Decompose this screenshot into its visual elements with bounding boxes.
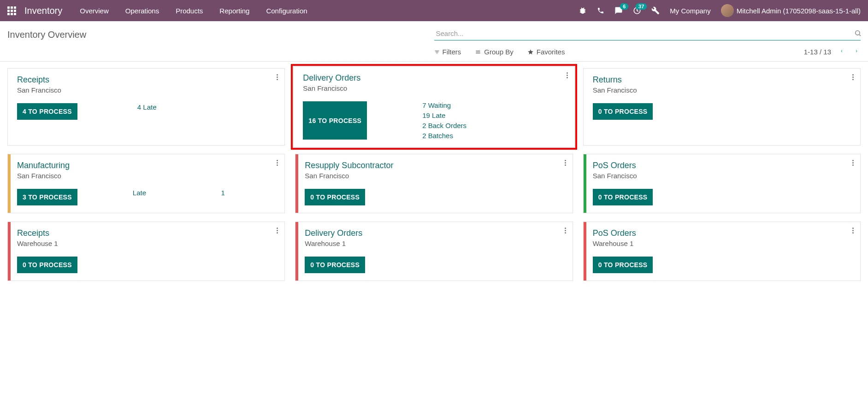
card-title[interactable]: Returns <box>593 75 853 85</box>
user-name: Mitchell Admin (17052098-saas-15-1-all) <box>737 7 861 15</box>
kanban-card[interactable]: ReturnsSan Francisco0 TO PROCESS <box>583 68 861 146</box>
nav-menu-reporting[interactable]: Reporting <box>219 7 249 15</box>
pager: 1-13 / 13 <box>804 47 861 57</box>
card-content: 0 TO PROCESS <box>305 257 565 273</box>
card-menu-icon[interactable] <box>852 227 854 234</box>
nav-menu-overview[interactable]: Overview <box>80 7 109 15</box>
avatar <box>721 4 734 17</box>
process-button[interactable]: 0 TO PROCESS <box>17 257 77 273</box>
card-title[interactable]: Delivery Orders <box>303 73 567 83</box>
process-button[interactable]: 3 TO PROCESS <box>17 189 77 205</box>
process-button[interactable]: 16 TO PROCESS <box>303 101 367 140</box>
company-switcher[interactable]: My Company <box>670 7 710 15</box>
card-content: 4 TO PROCESS4 Late <box>17 103 277 120</box>
pager-value[interactable]: 1-13 / 13 <box>804 48 831 56</box>
card-body: Resupply SubcontractorSan Francisco0 TO … <box>298 154 572 213</box>
card-title[interactable]: Manufacturing <box>17 161 277 170</box>
process-button[interactable]: 0 TO PROCESS <box>593 103 653 120</box>
kanban-card[interactable]: Delivery OrdersWarehouse 10 TO PROCESS <box>295 222 573 281</box>
card-title[interactable]: Delivery Orders <box>305 228 565 238</box>
kanban-card[interactable]: PoS OrdersSan Francisco0 TO PROCESS <box>583 154 861 213</box>
card-content: 0 TO PROCESS <box>593 257 853 273</box>
card-body: ManufacturingSan Francisco3 TO PROCESSLa… <box>11 154 284 213</box>
groupby-label: Group By <box>484 48 513 56</box>
process-button[interactable]: 0 TO PROCESS <box>593 257 653 273</box>
card-subtitle: San Francisco <box>593 172 853 180</box>
process-button[interactable]: 0 TO PROCESS <box>593 189 653 205</box>
card-menu-icon[interactable] <box>277 159 278 167</box>
card-body: PoS OrdersWarehouse 10 TO PROCESS <box>586 222 860 281</box>
process-button[interactable]: 0 TO PROCESS <box>305 257 365 273</box>
card-title[interactable]: Resupply Subcontractor <box>305 161 565 170</box>
activities-badge: 37 <box>636 3 647 10</box>
card-body: ReceiptsWarehouse 10 TO PROCESS <box>11 222 284 281</box>
card-subtitle: Warehouse 1 <box>17 240 277 247</box>
status-count: 1 <box>221 189 224 205</box>
card-menu-icon[interactable] <box>852 159 854 167</box>
process-button[interactable]: 4 TO PROCESS <box>17 103 77 120</box>
messages-icon[interactable]: 6 <box>614 6 623 15</box>
control-panel: Inventory Overview Filters Group By Favo… <box>0 21 868 62</box>
card-menu-icon[interactable] <box>565 227 566 234</box>
card-menu-icon[interactable] <box>565 159 566 167</box>
status-link[interactable]: 2 Back Orders <box>422 122 466 129</box>
card-title[interactable]: Receipts <box>17 75 277 85</box>
svg-point-1 <box>856 31 860 35</box>
phone-icon[interactable] <box>597 7 604 14</box>
status-link[interactable]: 2 Batches <box>422 132 466 140</box>
pager-prev[interactable] <box>838 47 846 57</box>
app-brand[interactable]: Inventory <box>24 6 62 16</box>
apps-icon[interactable] <box>7 6 16 15</box>
card-title[interactable]: PoS Orders <box>593 228 853 238</box>
card-content: 0 TO PROCESS <box>593 189 853 205</box>
nav-menu-operations[interactable]: Operations <box>125 7 159 15</box>
card-body: ReturnsSan Francisco0 TO PROCESS <box>586 69 860 145</box>
status-link[interactable]: 4 Late <box>137 103 157 111</box>
favorites-button[interactable]: Favorites <box>527 48 565 56</box>
kanban-card[interactable]: ManufacturingSan Francisco3 TO PROCESSLa… <box>7 154 285 213</box>
search-input[interactable] <box>434 27 861 41</box>
user-menu[interactable]: Mitchell Admin (17052098-saas-15-1-all) <box>721 4 861 17</box>
card-subtitle: San Francisco <box>593 86 853 94</box>
card-menu-icon[interactable] <box>567 71 568 79</box>
tools-icon[interactable] <box>651 6 660 15</box>
search-icon[interactable] <box>854 29 862 39</box>
navbar: Inventory Overview Operations Products R… <box>0 0 868 21</box>
card-content: 0 TO PROCESS <box>593 103 853 120</box>
kanban-card[interactable]: Delivery OrdersSan Francisco16 TO PROCES… <box>293 66 574 147</box>
card-content: 0 TO PROCESS <box>305 189 565 205</box>
kanban-card[interactable]: ReceiptsSan Francisco4 TO PROCESS4 Late <box>7 68 285 146</box>
page-title: Inventory Overview <box>7 27 434 40</box>
card-menu-icon[interactable] <box>277 73 278 81</box>
svg-line-2 <box>859 35 861 36</box>
status-link[interactable]: Late <box>133 189 146 205</box>
kanban-card[interactable]: PoS OrdersWarehouse 10 TO PROCESS <box>583 222 861 281</box>
card-subtitle: San Francisco <box>303 84 567 92</box>
pager-next[interactable] <box>852 47 861 57</box>
card-subtitle: San Francisco <box>305 172 565 180</box>
status-link[interactable]: 19 Late <box>422 111 466 119</box>
bug-icon[interactable] <box>579 6 587 15</box>
messages-badge: 6 <box>620 3 628 10</box>
card-content: 3 TO PROCESSLate1 <box>17 189 277 205</box>
filters-label: Filters <box>443 48 461 56</box>
filters-button[interactable]: Filters <box>434 48 461 56</box>
card-subtitle: Warehouse 1 <box>305 240 565 247</box>
card-title[interactable]: PoS Orders <box>593 161 853 170</box>
card-menu-icon[interactable] <box>852 73 854 81</box>
favorites-label: Favorites <box>537 48 565 56</box>
nav-menu-products[interactable]: Products <box>176 7 203 15</box>
card-content: 0 TO PROCESS <box>17 257 277 273</box>
card-subtitle: San Francisco <box>17 172 277 180</box>
card-body: Delivery OrdersWarehouse 10 TO PROCESS <box>298 222 572 281</box>
status-link[interactable]: 7 Waiting <box>422 101 466 109</box>
nav-menu: Overview Operations Products Reporting C… <box>80 7 307 15</box>
process-button[interactable]: 0 TO PROCESS <box>305 189 365 205</box>
card-title[interactable]: Receipts <box>17 228 277 238</box>
kanban-card[interactable]: ReceiptsWarehouse 10 TO PROCESS <box>7 222 285 281</box>
activities-icon[interactable]: 37 <box>633 6 641 15</box>
nav-menu-configuration[interactable]: Configuration <box>266 7 307 15</box>
groupby-button[interactable]: Group By <box>475 48 513 56</box>
kanban-card[interactable]: Resupply SubcontractorSan Francisco0 TO … <box>295 154 573 213</box>
card-menu-icon[interactable] <box>277 227 278 234</box>
